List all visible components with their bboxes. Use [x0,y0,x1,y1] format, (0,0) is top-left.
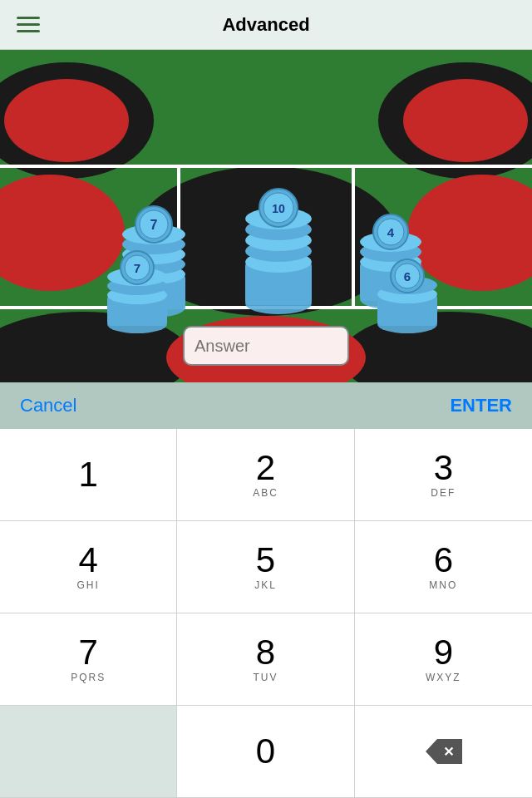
key-backspace[interactable]: ✕ [355,706,532,798]
enter-button[interactable]: ENTER [450,395,512,416]
svg-text:7: 7 [134,261,140,275]
svg-text:7: 7 [150,218,158,232]
key-empty [0,706,177,798]
key-0[interactable]: 0 [177,706,354,798]
key-6[interactable]: 6 MNO [355,521,532,613]
key-8[interactable]: 8 TUV [177,613,354,706]
keypad: 1 2 ABC 3 DEF 4 GHI 5 JKL 6 MNO 7 PQRS 8… [0,429,532,798]
cancel-button[interactable]: Cancel [20,395,76,416]
game-area: 7 7 10 4 [0,50,532,382]
key-2[interactable]: 2 ABC [177,429,354,521]
svg-point-4 [403,79,528,162]
key-5[interactable]: 5 JKL [177,521,354,613]
answer-input[interactable] [183,326,349,366]
key-4[interactable]: 4 GHI [0,521,177,613]
svg-text:6: 6 [404,269,411,283]
key-9[interactable]: 9 WXYZ [355,613,532,706]
svg-point-3 [4,79,129,162]
answer-input-container [183,326,349,366]
svg-text:10: 10 [272,202,285,215]
app-header: Advanced [0,0,532,50]
backspace-icon: ✕ [422,737,464,766]
svg-text:4: 4 [387,225,395,239]
page-title: Advanced [222,14,309,36]
action-bar: Cancel ENTER [0,382,532,429]
key-7[interactable]: 7 PQRS [0,613,177,706]
key-3[interactable]: 3 DEF [355,429,532,521]
key-1[interactable]: 1 [0,429,177,521]
svg-text:✕: ✕ [443,745,454,759]
menu-button[interactable] [17,17,40,32]
